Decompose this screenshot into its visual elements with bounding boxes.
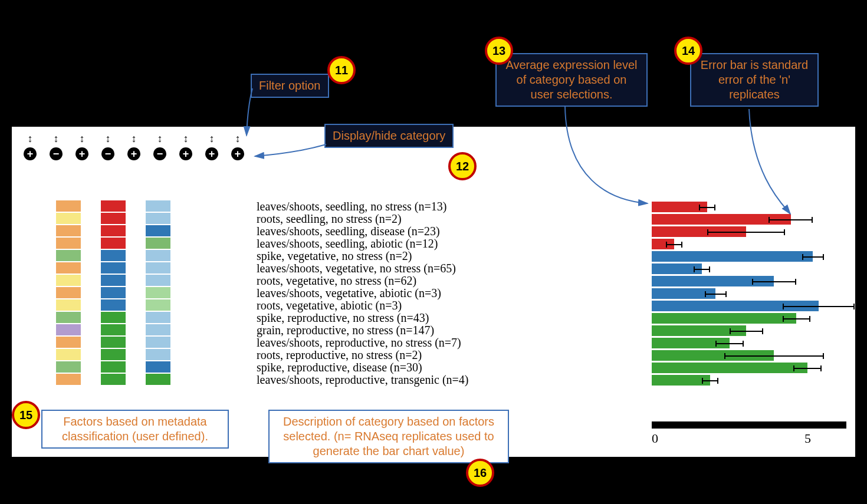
callout-error-bar: Error bar is standard error of the 'n' r… (690, 53, 819, 107)
category-description: leaves/shoots, seedling, abiotic (n=12) (257, 238, 563, 250)
factor-swatch (146, 299, 170, 311)
factor-row (56, 324, 170, 337)
factor-row (56, 337, 170, 349)
factor-swatch (56, 275, 81, 286)
sort-icon[interactable]: ↕ (127, 133, 140, 145)
tick-label: 5 (804, 431, 811, 446)
bar-row (652, 337, 846, 349)
expand-icon[interactable]: + (205, 147, 218, 160)
factor-swatch (56, 337, 81, 348)
collapse-icon[interactable]: − (50, 147, 63, 160)
factor-swatch (101, 200, 126, 212)
factor-swatch (146, 324, 170, 335)
factor-swatch (101, 238, 126, 249)
expression-bar (652, 363, 807, 373)
factor-swatch (146, 275, 170, 286)
factor-swatch (101, 312, 126, 323)
error-bar (724, 355, 825, 357)
factor-swatch (146, 262, 170, 274)
sort-icon[interactable]: ↕ (50, 133, 63, 145)
sort-icon[interactable]: ↕ (153, 133, 166, 145)
expression-bar (652, 288, 715, 299)
expand-icon[interactable]: + (179, 147, 192, 160)
category-description: spike, reproductive, disease (n=30) (257, 361, 563, 374)
expression-bar (652, 313, 796, 324)
sort-icon[interactable]: ↕ (101, 133, 114, 145)
factor-swatch-grid (56, 200, 170, 386)
bar-row (652, 250, 846, 262)
error-bar (783, 318, 810, 319)
collapse-icon[interactable]: − (101, 147, 114, 160)
category-description: spike, vegetative, no stress (n=2) (257, 250, 563, 262)
sort-icon[interactable]: ↕ (179, 133, 192, 145)
bar-row (652, 275, 846, 287)
factor-swatch (146, 238, 170, 249)
expression-bar (652, 375, 710, 386)
category-description: roots, seedling, no stress (n=2) (257, 213, 563, 225)
factor-swatch (146, 361, 170, 373)
factor-row (56, 361, 170, 374)
factor-swatch (146, 337, 170, 348)
factor-row (56, 262, 170, 275)
factor-row (56, 225, 170, 238)
bar-row (652, 312, 846, 324)
category-description: grain, reproductive, no stress (n=147) (257, 324, 563, 337)
error-bar (702, 380, 718, 381)
expression-bar-chart: 0 5 (652, 200, 846, 446)
tick-label: 0 (652, 431, 658, 446)
expression-bar (652, 239, 674, 249)
expression-bar (652, 325, 746, 336)
callout-description: Description of category based on factors… (268, 410, 509, 463)
badge-16: 16 (466, 459, 494, 487)
sort-icon[interactable]: ↕ (231, 133, 244, 145)
error-bar (730, 331, 763, 332)
factor-swatch (56, 324, 81, 335)
category-description: roots, reproductive, no stress (n=2) (257, 349, 563, 361)
expand-icon[interactable]: + (127, 147, 140, 160)
bar-row (652, 200, 846, 213)
factor-swatch (56, 250, 81, 261)
error-bar (705, 294, 727, 295)
factor-swatch (101, 213, 126, 224)
error-bar (752, 281, 796, 282)
sort-icon[interactable]: ↕ (205, 133, 218, 145)
factor-swatch (101, 275, 126, 286)
expand-icon[interactable]: + (24, 147, 37, 160)
collapse-icon[interactable]: − (153, 147, 166, 160)
factor-swatch (146, 287, 170, 298)
bar-row (652, 262, 846, 275)
factor-row (56, 213, 170, 225)
diagram-canvas: ↕↕↕↕↕↕↕↕↕ +−+−+−+++ leaves/shoots, seedl… (0, 0, 867, 504)
factor-swatch (101, 250, 126, 261)
factor-row (56, 200, 170, 213)
toggle-controls-row: +−+−+−+++ (24, 147, 244, 160)
bar-row (652, 349, 846, 361)
sort-icon[interactable]: ↕ (24, 133, 37, 145)
error-bar (715, 343, 743, 344)
expression-bar (652, 226, 746, 237)
expand-icon[interactable]: + (75, 147, 88, 160)
bar-row (652, 324, 846, 337)
badge-12: 12 (448, 152, 477, 180)
bar-row (652, 361, 846, 374)
badge-11: 11 (327, 56, 356, 84)
expression-bar (652, 350, 774, 361)
error-bar (707, 232, 785, 233)
factor-swatch (101, 299, 126, 311)
factor-row (56, 238, 170, 250)
bar-row (652, 238, 846, 250)
bar-row (652, 225, 846, 238)
expand-icon[interactable]: + (231, 147, 244, 160)
category-description: roots, vegetative, no stress (n=62) (257, 275, 563, 287)
factor-swatch (101, 337, 126, 348)
factor-swatch (56, 213, 81, 224)
category-description: leaves/shoots, seedling, disease (n=23) (257, 225, 563, 238)
error-bar (769, 219, 813, 220)
expression-bar (652, 263, 702, 274)
factor-swatch (56, 225, 81, 236)
sort-icon[interactable]: ↕ (75, 133, 88, 145)
factor-row (56, 250, 170, 262)
factor-swatch (146, 213, 170, 224)
bar-row (652, 213, 846, 225)
error-bar (802, 256, 825, 258)
